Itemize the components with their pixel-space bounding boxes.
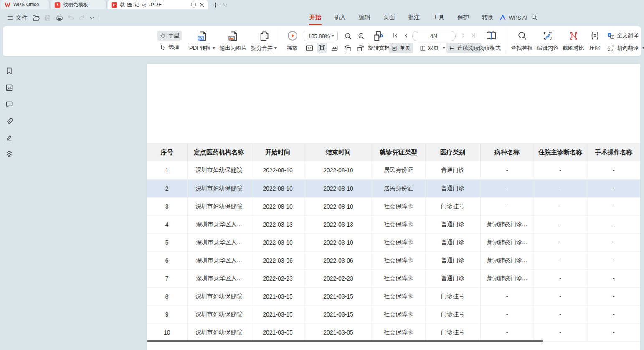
- quickbar-more-button[interactable]: [88, 14, 96, 22]
- menu-search-button[interactable]: [530, 13, 539, 22]
- table-cell: 社会保障卡: [372, 269, 425, 287]
- previous-page-button[interactable]: [402, 31, 411, 40]
- table-cell: -: [587, 287, 640, 305]
- table-cell: -: [534, 269, 587, 287]
- table-cell: 新冠肺炎门诊...: [480, 215, 534, 233]
- rotate-right-button[interactable]: [355, 43, 365, 53]
- table-cell: 2022-03-10: [305, 233, 372, 251]
- svg-text:字: 字: [611, 35, 614, 38]
- read-mode-icon-wrap[interactable]: [485, 30, 497, 44]
- save-button[interactable]: [43, 14, 52, 22]
- rotate-doc-icon-wrap[interactable]: [372, 30, 385, 44]
- tab-wps-office[interactable]: WPS Office: [1, 0, 49, 9]
- export-image-button[interactable]: 输出为图片: [218, 30, 248, 54]
- continuous-read-label: 连续阅读: [457, 44, 479, 52]
- rotate-left-button[interactable]: [343, 43, 353, 53]
- pdf-convert-button[interactable]: W PDF转换: [186, 30, 218, 54]
- find-replace-label: 查找替换: [511, 44, 533, 52]
- table-cell: -: [480, 161, 534, 179]
- first-page-button[interactable]: [391, 31, 400, 40]
- menu-item-编辑[interactable]: 编辑: [358, 12, 371, 23]
- first-page-icon: [392, 32, 399, 39]
- play-icon: [287, 31, 298, 41]
- fit-page-button[interactable]: [317, 43, 327, 53]
- table-cell: 2021-03-15: [251, 305, 305, 323]
- table-cell: 深圳市妇幼保健院: [187, 179, 251, 197]
- full-translate-button[interactable]: A字 全文翻译: [606, 31, 639, 41]
- table-cell: -: [480, 305, 534, 323]
- zoom-in-button[interactable]: [356, 31, 366, 41]
- separate-window-icon[interactable]: [190, 2, 197, 8]
- table-header-cell: 就诊凭证类型: [372, 143, 425, 161]
- hand-tool-button[interactable]: 手型: [157, 31, 182, 41]
- single-page-button[interactable]: 单页: [389, 43, 413, 53]
- tab-label: 就 医 记 录 .PDF: [120, 1, 162, 8]
- horizontal-scrollbar-thumb[interactable]: [147, 340, 543, 342]
- table-cell: -: [534, 179, 587, 197]
- svg-text:A: A: [609, 33, 611, 36]
- table-cell: -: [587, 161, 640, 179]
- signature-panel-button[interactable]: [5, 133, 13, 142]
- select-tool-button[interactable]: 选择: [157, 42, 182, 52]
- table-cell: 4: [147, 215, 187, 233]
- edit-content-button[interactable]: 编辑内容: [535, 30, 560, 54]
- layers-panel-button[interactable]: [5, 150, 13, 158]
- actual-size-button[interactable]: 1:1: [304, 43, 314, 53]
- split-merge-button[interactable]: 拆分合并: [249, 30, 279, 54]
- table-cell: -: [587, 305, 640, 323]
- undo-button[interactable]: [67, 14, 75, 22]
- zoom-level-select[interactable]: 105.88%: [304, 31, 338, 41]
- file-menu-button[interactable]: 文件: [4, 13, 30, 23]
- continuous-read-button[interactable]: 连续阅读: [446, 43, 482, 53]
- print-button[interactable]: [55, 14, 63, 22]
- single-page-icon: [391, 45, 398, 51]
- wps-ai-button[interactable]: WPS AI: [499, 13, 527, 23]
- page-number-input[interactable]: 4/4: [412, 31, 456, 41]
- comments-panel-button[interactable]: [5, 100, 13, 109]
- table-cell: -: [587, 233, 640, 251]
- zoom-out-icon: [344, 32, 352, 40]
- open-file-button[interactable]: [32, 14, 40, 22]
- table-cell: 门诊挂号: [425, 323, 480, 341]
- last-page-icon: [470, 32, 477, 39]
- menu-item-转换[interactable]: 转换: [482, 12, 494, 23]
- rotate-right-icon: [356, 44, 365, 52]
- last-page-button[interactable]: [469, 31, 477, 40]
- continuous-read-icon: [449, 45, 455, 51]
- menu-item-保护[interactable]: 保护: [457, 12, 469, 23]
- screenshot-compare-button[interactable]: 截图对比: [561, 30, 586, 54]
- tab-list-button[interactable]: [221, 1, 229, 8]
- menu-item-开始[interactable]: 开始: [309, 12, 322, 23]
- find-replace-button[interactable]: 查找替换: [509, 30, 535, 54]
- word-translate-label: 划词翻译: [617, 44, 639, 52]
- paperclip-icon: [5, 117, 13, 125]
- bookmarks-panel-button[interactable]: [5, 67, 13, 75]
- table-header-cell: 病种名称: [480, 143, 534, 161]
- tab-docer[interactable]: 找稻壳模板: [51, 0, 106, 9]
- rotate-document-button[interactable]: 旋转文档: [367, 43, 390, 53]
- table-body: 1深圳市妇幼保健院2022-08-102022-08-10居民身份证普通门诊--…: [147, 161, 640, 341]
- compress-button[interactable]: 压缩: [586, 30, 603, 54]
- thumbnails-panel-button[interactable]: [5, 84, 13, 92]
- play-button[interactable]: 播放: [282, 30, 303, 54]
- menu-item-批注[interactable]: 批注: [408, 12, 420, 23]
- cursor-icon: [160, 44, 166, 51]
- menu-item-页面[interactable]: 页面: [383, 12, 396, 23]
- table-cell: 7: [147, 269, 187, 287]
- close-tab-icon[interactable]: [199, 2, 205, 8]
- word-translate-button[interactable]: 文A 划词翻译: [606, 43, 644, 53]
- fit-width-button[interactable]: [330, 43, 340, 53]
- read-mode-button[interactable]: 阅读模式: [478, 43, 502, 53]
- menu-item-插入[interactable]: 插入: [334, 12, 346, 23]
- double-page-button[interactable]: 双页: [417, 43, 448, 53]
- next-page-button[interactable]: [459, 31, 467, 40]
- table-cell: -: [534, 233, 587, 251]
- table-row: 2深圳市妇幼保健院2022-08-102022-08-10居民身份证普通门诊--…: [147, 179, 640, 197]
- table-cell: 深圳市龙华区人...: [187, 251, 251, 269]
- tab-document-pdf[interactable]: P 就 医 记 录 .PDF: [108, 0, 208, 9]
- redo-button[interactable]: [78, 14, 86, 22]
- zoom-out-button[interactable]: [343, 31, 353, 41]
- menu-item-工具[interactable]: 工具: [432, 12, 445, 23]
- new-tab-button[interactable]: [211, 1, 219, 8]
- attachments-panel-button[interactable]: [5, 117, 13, 125]
